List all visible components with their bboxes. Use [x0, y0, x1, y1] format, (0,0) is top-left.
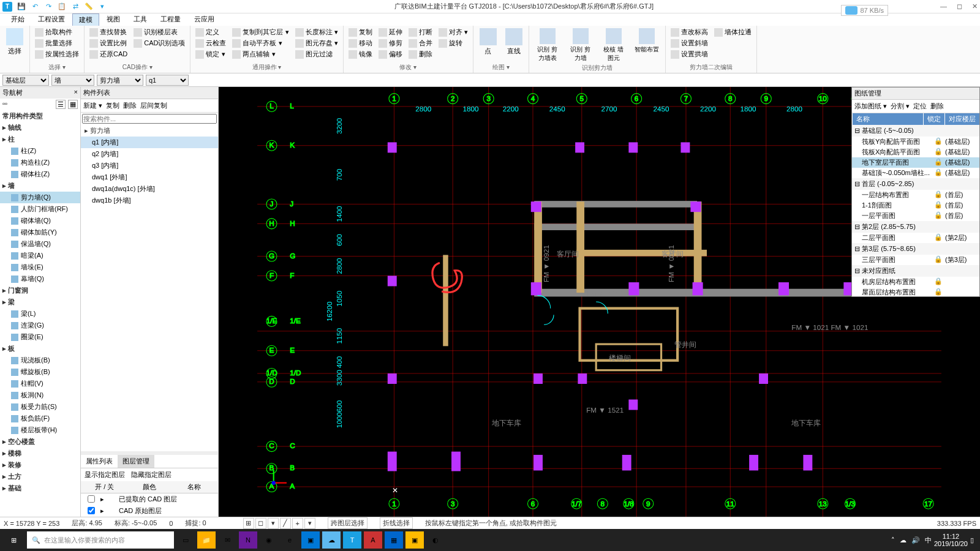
- dwg-row[interactable]: 一层平面图🔒(首层): [852, 211, 979, 221]
- layer-row[interactable]: ▸已提取的 CAD 图层: [81, 493, 218, 505]
- ribbon-长度标注 ▾[interactable]: 长度标注 ▾: [294, 27, 339, 37]
- ribbon-复制[interactable]: 复制: [347, 27, 374, 37]
- cross-layer-toggle[interactable]: 跨图层选择: [328, 517, 368, 529]
- nav-cat-土方[interactable]: ▸ 土方: [0, 471, 80, 482]
- app-icon-5[interactable]: ◐: [426, 531, 445, 549]
- ribbon-两点辅轴 ▾[interactable]: 两点辅轴 ▾: [231, 49, 290, 59]
- ribbon-识别楼层表[interactable]: 识别楼层表: [132, 27, 186, 37]
- nav-item-梁(L)[interactable]: 梁(L): [0, 308, 80, 320]
- ribbon-自动平齐板 ▾[interactable]: 自动平齐板 ▾: [231, 38, 290, 48]
- ribbon-图元过滤[interactable]: 图元过滤: [294, 49, 339, 59]
- comp-dwq1 [外墙][interactable]: dwq1 [外墙]: [81, 171, 218, 183]
- nav-cat-楼梯[interactable]: ▸ 楼梯: [0, 448, 80, 459]
- app-icon-4[interactable]: ▣: [405, 531, 424, 549]
- category-select[interactable]: 墙: [51, 75, 94, 86]
- edge-icon[interactable]: e: [281, 531, 299, 549]
- ribbon-镜像[interactable]: 镜像: [347, 49, 374, 59]
- ribbon-拾取构件[interactable]: 拾取构件: [34, 27, 80, 37]
- autocad-icon[interactable]: A: [364, 531, 382, 549]
- nav-grid-icon[interactable]: ▦: [68, 100, 78, 109]
- qat-copy-icon[interactable]: 📋: [56, 2, 67, 12]
- tab-工具[interactable]: 工具: [127, 13, 153, 26]
- tab-视图[interactable]: 视图: [100, 13, 126, 26]
- nav-item-连梁(G)[interactable]: 连梁(G): [0, 320, 80, 331]
- tab-工程设置[interactable]: 工程设置: [32, 13, 71, 26]
- app-icon-1[interactable]: N: [239, 531, 257, 549]
- ribbon-墙体拉通[interactable]: 墙体拉通: [713, 27, 753, 37]
- ribbon-合并[interactable]: 合并: [407, 38, 434, 48]
- ribbon-设置斜墙[interactable]: 设置斜墙: [669, 38, 709, 48]
- nav-item-板受力筋(S)[interactable]: 板受力筋(S): [0, 401, 80, 413]
- nav-item-螺旋板(B)[interactable]: 螺旋板(B): [0, 366, 80, 378]
- dwg-row[interactable]: 一层结构布置图🔒(首层): [852, 190, 979, 200]
- maximize-button[interactable]: ◻: [957, 2, 962, 10]
- dwg-tb-分割 ▾[interactable]: 分割 ▾: [891, 102, 910, 111]
- tab-云应用[interactable]: 云应用: [188, 13, 221, 26]
- prop-tab-属性列表[interactable]: 属性列表: [81, 455, 118, 468]
- qat-save-icon[interactable]: 💾: [16, 2, 27, 12]
- tool-icon-4[interactable]: ╱: [280, 518, 291, 529]
- ribbon-修剪[interactable]: 修剪: [377, 38, 404, 48]
- tab-工程量[interactable]: 工程量: [154, 13, 187, 26]
- nav-cat-轴线[interactable]: ▸ 轴线: [0, 122, 80, 133]
- dwg-row[interactable]: 基础顶~-0.050m墙柱...🔒(基础层): [852, 168, 979, 178]
- comp-dwq1a(dwq1c) [外墙][interactable]: dwq1a(dwq1c) [外墙]: [81, 183, 218, 195]
- layer-row[interactable]: ▸CAD 原始图层: [81, 505, 218, 517]
- close-button[interactable]: ✕: [972, 2, 978, 10]
- nav-cat-空心楼盖[interactable]: ▸ 空心楼盖: [0, 436, 80, 448]
- explorer-icon[interactable]: 📁: [197, 531, 216, 549]
- ribbon-打断[interactable]: 打断: [407, 27, 434, 37]
- ribbon-锁定 ▾[interactable]: 锁定 ▾: [194, 49, 227, 59]
- qat-ruler-icon[interactable]: 📏: [83, 2, 94, 12]
- dwg-row[interactable]: 屋面层结构布置图🔒: [852, 287, 979, 296]
- comp-tb-复制[interactable]: 复制: [106, 101, 119, 110]
- nav-item-楼层板带(H)[interactable]: 楼层板带(H): [0, 424, 80, 436]
- dwg-group[interactable]: ⊟ 第2层 (2.85~5.75): [852, 221, 979, 233]
- nav-item-板负筋(F)[interactable]: 板负筋(F): [0, 413, 80, 424]
- nav-cat-梁[interactable]: ▸ 梁: [0, 296, 80, 308]
- nav-cat-柱[interactable]: ▸ 柱: [0, 133, 80, 145]
- nav-item-人防门框墙(RF)[interactable]: 人防门框墙(RF): [0, 203, 80, 215]
- nav-item-剪力墙(Q)[interactable]: 剪力墙(Q): [0, 192, 80, 203]
- comp-q1 [内墙][interactable]: q1 [内墙]: [81, 137, 218, 148]
- mail-icon[interactable]: ✉: [218, 531, 236, 549]
- nav-item-墙垛(E)[interactable]: 墙垛(E): [0, 261, 80, 273]
- dwg-row[interactable]: 筏板X向配筋平面图🔒(基础层): [852, 147, 979, 157]
- layer-act-显示指定图层[interactable]: 显示指定图层: [85, 470, 125, 479]
- nav-cat-板[interactable]: ▸ 板: [0, 343, 80, 354]
- start-button[interactable]: ⊞: [2, 531, 24, 549]
- nav-item-暗梁(A)[interactable]: 暗梁(A): [0, 250, 80, 261]
- ribbon-还原CAD[interactable]: 还原CAD: [88, 49, 129, 59]
- nav-close-icon[interactable]: ×: [74, 88, 78, 97]
- layer-act-隐藏指定图层[interactable]: 隐藏指定图层: [131, 470, 172, 479]
- task-view-icon[interactable]: ▭: [176, 531, 195, 549]
- ribbon-图元存盘 ▾[interactable]: 图元存盘 ▾: [294, 38, 339, 48]
- ribbon-智能布置[interactable]: 智能布置: [632, 27, 662, 64]
- app-icon-3[interactable]: ▦: [385, 531, 403, 549]
- notification-icon[interactable]: ▯: [970, 536, 978, 544]
- tool-icon-6[interactable]: ▾: [304, 518, 315, 529]
- chrome-icon[interactable]: ◉: [260, 531, 278, 549]
- ribbon-按属性选择[interactable]: 按属性选择: [34, 49, 80, 59]
- app-icon-2[interactable]: ▣: [301, 531, 320, 549]
- ribbon-识别 剪力墙表[interactable]: 识别 剪力墙表: [533, 27, 562, 64]
- ribbon-云检查[interactable]: 云检查: [194, 38, 227, 48]
- dwg-row[interactable]: 地下室层平面图🔒(基础层): [852, 157, 979, 168]
- dwg-group[interactable]: ⊟ 基础层 (-5~-0.05): [852, 125, 979, 137]
- qat-undo-icon[interactable]: ↶: [29, 2, 40, 12]
- qat-dropdown-icon[interactable]: ▾: [97, 2, 108, 12]
- nav-item-砌体加筋(Y)[interactable]: 砌体加筋(Y): [0, 227, 80, 238]
- nav-item-现浇板(B)[interactable]: 现浇板(B): [0, 354, 80, 366]
- nav-cat-装修[interactable]: ▸ 装修: [0, 459, 80, 471]
- nav-cat-墙[interactable]: ▸ 墙: [0, 180, 80, 192]
- ribbon-删除[interactable]: 删除: [407, 49, 434, 59]
- ribbon-批量选择[interactable]: 批量选择: [34, 38, 80, 48]
- qat-redo-icon[interactable]: ↷: [43, 2, 54, 12]
- ribbon-设置拱墙[interactable]: 设置拱墙: [669, 49, 709, 59]
- comp-q2 [内墙][interactable]: q2 [内墙]: [81, 148, 218, 160]
- nav-mode-1[interactable]: ▫▫: [2, 100, 7, 109]
- system-tray[interactable]: ˄ ☁ 🔊 中: [891, 536, 932, 545]
- tool-icon-1[interactable]: ⊞: [243, 518, 254, 529]
- nav-list-icon[interactable]: ☰: [56, 100, 66, 109]
- nav-item-保温墙(Q)[interactable]: 保温墙(Q): [0, 238, 80, 250]
